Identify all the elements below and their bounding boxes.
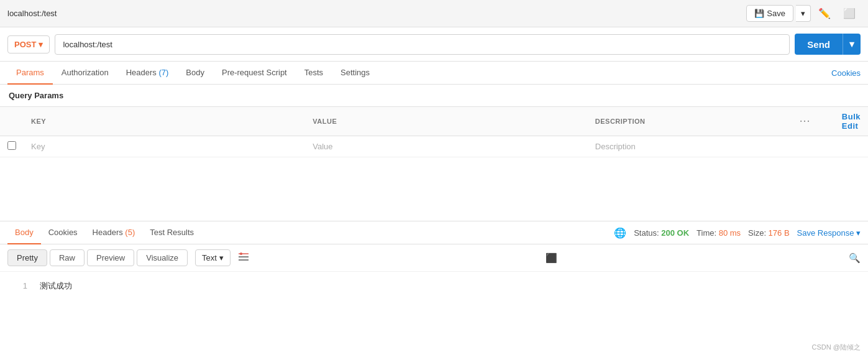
- watermark: CSDN @陆倾之: [812, 343, 861, 352]
- response-tabs: Body Cookies Headers (5) Test Results 🌐 …: [0, 221, 868, 244]
- tab-authorization[interactable]: Authorization: [53, 62, 117, 85]
- row-checkbox[interactable]: [7, 141, 16, 150]
- save-button[interactable]: 💾 Save: [746, 5, 793, 22]
- table-row: Key Value Description: [0, 136, 868, 157]
- send-button[interactable]: Send ▾: [795, 34, 861, 55]
- window-title: localhost:/test: [7, 9, 57, 18]
- top-bar: localhost:/test 💾 Save ▾ ✏️ ⬜: [0, 0, 868, 27]
- bulk-edit-label[interactable]: Bulk Edit: [842, 112, 861, 131]
- cookies-link[interactable]: Cookies: [831, 62, 861, 84]
- svg-point-3: [240, 253, 242, 255]
- viewer-toolbar: Pretty Raw Preview Visualize Text ▾ ⬛ 🔍: [0, 244, 868, 272]
- more-options-icon[interactable]: ···: [800, 116, 811, 126]
- send-dropdown-icon[interactable]: ▾: [843, 34, 861, 55]
- filter-icon-button[interactable]: [233, 250, 254, 266]
- col-value-header: VALUE: [305, 107, 587, 136]
- raw-button[interactable]: Raw: [50, 249, 85, 266]
- value-cell[interactable]: Value: [305, 136, 587, 157]
- params-table: KEY VALUE DESCRIPTION ··· Bulk Edit Key: [0, 106, 868, 157]
- response-text-1: 测试成功: [40, 281, 72, 290]
- tab-params[interactable]: Params: [7, 62, 53, 85]
- tab-headers[interactable]: Headers (7): [117, 62, 178, 85]
- row-checkbox-cell[interactable]: [0, 136, 24, 157]
- edit-icon-button[interactable]: ✏️: [813, 4, 836, 22]
- save-icon: 💾: [754, 9, 764, 18]
- row-actions-cell: [792, 136, 834, 157]
- tab-pre-request-script[interactable]: Pre-request Script: [213, 62, 296, 85]
- line-number-1: 1: [12, 281, 27, 290]
- tab-settings[interactable]: Settings: [332, 62, 378, 85]
- format-chevron-icon: ▾: [219, 253, 224, 262]
- visualize-button[interactable]: Visualize: [137, 249, 188, 266]
- copy-content-icon-button[interactable]: ⬛: [546, 253, 557, 264]
- response-tab-headers[interactable]: Headers (5): [85, 221, 143, 244]
- response-line-1: 1 测试成功: [12, 279, 856, 293]
- size-label: Size: 176 B: [748, 228, 790, 238]
- description-cell[interactable]: Description: [588, 136, 792, 157]
- method-label: POST: [14, 40, 36, 49]
- top-bar-actions: 💾 Save ▾ ✏️ ⬜: [746, 4, 861, 22]
- response-meta: 🌐 Status: 200 OK Time: 80 ms Size: 176 B…: [614, 227, 861, 239]
- key-placeholder: Key: [31, 142, 45, 151]
- col-key-header: KEY: [24, 107, 305, 136]
- response-tab-test-results[interactable]: Test Results: [142, 221, 201, 244]
- status-value: 200 OK: [661, 228, 689, 238]
- preview-button[interactable]: Preview: [87, 249, 134, 266]
- tab-body[interactable]: Body: [177, 62, 213, 85]
- time-label: Time: 80 ms: [697, 228, 741, 238]
- globe-icon: 🌐: [614, 227, 626, 239]
- method-chevron-icon: ▾: [39, 40, 43, 49]
- request-tabs: Params Authorization Headers (7) Body Pr…: [0, 62, 868, 85]
- response-tab-body[interactable]: Body: [7, 221, 41, 244]
- key-cell[interactable]: Key: [24, 136, 305, 157]
- row-extra-cell: [834, 136, 868, 157]
- copy-icon-button[interactable]: ⬜: [838, 4, 861, 22]
- col-actions-header: ···: [792, 107, 834, 136]
- pretty-button[interactable]: Pretty: [7, 249, 47, 266]
- value-placeholder: Value: [313, 142, 332, 151]
- col-checkbox: [0, 107, 24, 136]
- save-dropdown-button[interactable]: ▾: [796, 5, 811, 22]
- query-params-label: Query Params: [0, 85, 868, 106]
- tab-tests[interactable]: Tests: [296, 62, 332, 85]
- url-bar: POST ▾ Send ▾: [0, 27, 868, 62]
- url-input[interactable]: [55, 34, 790, 55]
- col-desc-header: DESCRIPTION: [588, 107, 792, 136]
- status-label: Status: 200 OK: [634, 228, 689, 238]
- format-label: Text: [202, 253, 217, 262]
- time-value: 80 ms: [719, 228, 741, 238]
- format-dropdown[interactable]: Text ▾: [195, 249, 231, 266]
- method-dropdown[interactable]: POST ▾: [7, 35, 50, 53]
- bulk-edit-header[interactable]: Bulk Edit: [834, 107, 868, 136]
- size-value: 176 B: [769, 228, 790, 238]
- search-icon-button[interactable]: 🔍: [849, 253, 861, 264]
- response-area: Body Cookies Headers (5) Test Results 🌐 …: [0, 221, 868, 357]
- save-label: Save: [767, 9, 785, 18]
- save-response-button[interactable]: Save Response ▾: [797, 228, 861, 238]
- response-tab-cookies[interactable]: Cookies: [41, 221, 85, 244]
- response-content: 1 测试成功: [0, 272, 868, 300]
- send-label: Send: [795, 34, 843, 55]
- description-placeholder: Description: [595, 142, 636, 151]
